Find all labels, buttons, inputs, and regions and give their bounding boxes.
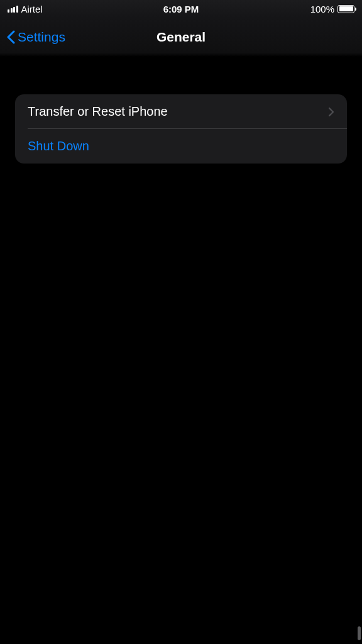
shut-down-label: Shut Down (28, 139, 89, 153)
scrollbar-thumb[interactable] (358, 626, 361, 640)
shut-down-row[interactable]: Shut Down (15, 129, 347, 164)
battery-icon (337, 5, 354, 13)
carrier-label: Airtel (21, 4, 43, 14)
battery-percentage-label: 100% (310, 4, 334, 14)
chevron-right-icon (328, 107, 334, 117)
status-left: Airtel (8, 4, 43, 14)
content-area: Transfer or Reset iPhone Shut Down (0, 57, 362, 164)
back-label: Settings (18, 30, 65, 45)
status-right: 100% (310, 4, 354, 14)
status-bar: Airtel 6:09 PM 100% (0, 0, 362, 18)
back-button[interactable]: Settings (6, 30, 65, 45)
settings-group: Transfer or Reset iPhone Shut Down (15, 94, 347, 164)
chevron-left-icon (6, 30, 15, 44)
clock-label: 6:09 PM (163, 4, 199, 14)
page-title: General (156, 30, 206, 45)
signal-strength-icon (8, 5, 18, 13)
navigation-bar: Settings General (0, 18, 362, 57)
transfer-reset-row[interactable]: Transfer or Reset iPhone (15, 94, 347, 129)
transfer-reset-label: Transfer or Reset iPhone (28, 104, 168, 119)
